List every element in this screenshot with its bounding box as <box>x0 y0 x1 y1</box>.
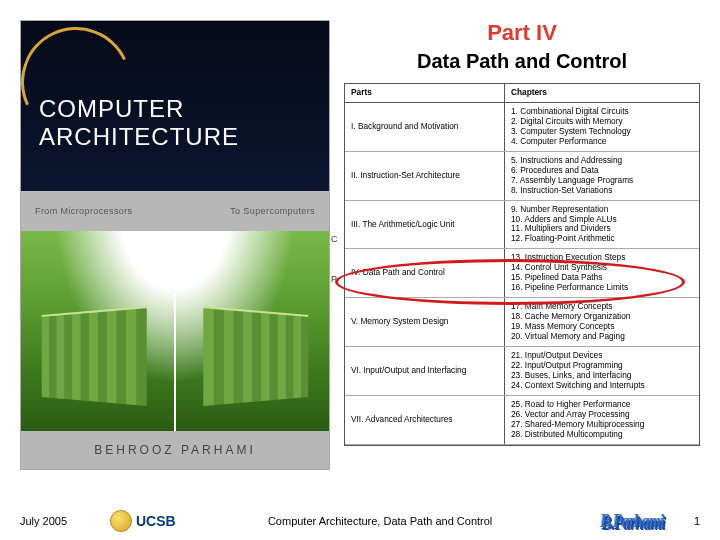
toc-chap: 26. Vector and Array Processing <box>511 410 693 420</box>
toc-chap: 24. Context Switching and Interrupts <box>511 381 693 391</box>
heading-part: Part IV <box>344 20 700 46</box>
toc-chaps: 21. Input/Output Devices 22. Input/Outpu… <box>505 347 699 395</box>
toc-chap: 25. Road to Higher Performance <box>511 400 693 410</box>
server-rack-left <box>42 306 147 406</box>
toc-row: VII. Advanced Architectures 25. Road to … <box>345 396 699 445</box>
heading-subtitle: Data Path and Control <box>344 50 700 73</box>
main-row: COMPUTER ARCHITECTURE From Microprocesso… <box>20 20 700 470</box>
toc-chap: 15. Pipelined Data Paths <box>511 273 693 283</box>
toc-part: II. Instruction-Set Architecture <box>345 152 505 200</box>
toc-chap: 4. Computer Performance <box>511 137 693 147</box>
cover-photo <box>21 231 329 431</box>
toc-chap: 16. Pipeline Performance Limits <box>511 283 693 293</box>
toc-chap: 21. Input/Output Devices <box>511 351 693 361</box>
toc-part: V. Memory System Design <box>345 298 505 346</box>
toc-chap: 17. Main Memory Concepts <box>511 302 693 312</box>
right-column: Part IV Data Path and Control C P Parts … <box>344 20 700 470</box>
toc-chap: 27. Shared-Memory Multiprocessing <box>511 420 693 430</box>
book-title: COMPUTER ARCHITECTURE <box>39 95 239 150</box>
toc-chap: 3. Computer System Technology <box>511 127 693 137</box>
cover-author: BEHROOZ PARHAMI <box>21 431 329 469</box>
toc-chap: 14. Control Unit Synthesis <box>511 263 693 273</box>
book-cover: COMPUTER ARCHITECTURE From Microprocesso… <box>20 20 330 470</box>
cover-subtitle-band: From Microprocessors To Supercomputers <box>21 191 329 231</box>
slide: COMPUTER ARCHITECTURE From Microprocesso… <box>0 0 720 540</box>
toc-row: III. The Arithmetic/Logic Unit 9. Number… <box>345 201 699 250</box>
toc-chaps: 5. Instructions and Addressing 6. Proced… <box>505 152 699 200</box>
toc-part: I. Background and Motivation <box>345 103 505 151</box>
page-number: 1 <box>680 515 700 527</box>
aisle-line <box>174 231 176 431</box>
ucsb-logo-text: UCSB <box>136 513 176 529</box>
toc-header-parts: Parts <box>345 84 505 102</box>
toc-chap: 11. Multipliers and Dividers <box>511 224 693 234</box>
footer: July 2005 UCSB Computer Architecture, Da… <box>20 510 700 532</box>
book-title-line1: COMPUTER <box>39 95 184 122</box>
toc-chaps: 13. Instruction Execution Steps 14. Cont… <box>505 249 699 297</box>
toc-part: III. The Arithmetic/Logic Unit <box>345 201 505 249</box>
toc-chaps: 9. Number Representation 10. Adders and … <box>505 201 699 249</box>
book-title-line2: ARCHITECTURE <box>39 123 239 150</box>
toc-chap: 20. Virtual Memory and Paging <box>511 332 693 342</box>
ucsb-logo: UCSB <box>110 510 176 532</box>
toc-chap: 23. Buses, Links, and Interfacing <box>511 371 693 381</box>
toc-part: VI. Input/Output and Interfacing <box>345 347 505 395</box>
toc-chap: 7. Assembly Language Programs <box>511 176 693 186</box>
side-label-p: P <box>331 274 337 285</box>
toc-row: VI. Input/Output and Interfacing 21. Inp… <box>345 347 699 396</box>
toc-chap: 5. Instructions and Addressing <box>511 156 693 166</box>
footer-date: July 2005 <box>20 515 110 527</box>
toc-part: VII. Advanced Architectures <box>345 396 505 444</box>
toc-chap: 8. Instruction-Set Variations <box>511 186 693 196</box>
ucsb-seal-icon <box>110 510 132 532</box>
side-label-c: C <box>331 234 338 245</box>
toc-chap: 1. Combinational Digital Circuits <box>511 107 693 117</box>
toc-chap: 10. Adders and Simple ALUs <box>511 215 693 225</box>
toc-chaps: 1. Combinational Digital Circuits 2. Dig… <box>505 103 699 151</box>
toc-chap: 13. Instruction Execution Steps <box>511 253 693 263</box>
toc-header-chapters: Chapters <box>505 84 699 102</box>
footer-title: Computer Architecture, Data Path and Con… <box>176 515 585 527</box>
author-signature: B.Parhami <box>601 510 664 532</box>
cover-sub-right: To Supercomputers <box>230 206 315 216</box>
toc-chap: 6. Procedures and Data <box>511 166 693 176</box>
toc-part: IV. Data Path and Control <box>345 249 505 297</box>
toc-chap: 18. Cache Memory Organization <box>511 312 693 322</box>
server-rack-right <box>203 306 308 406</box>
toc-chap: 12. Floating-Point Arithmetic <box>511 234 693 244</box>
toc-chaps: 25. Road to Higher Performance 26. Vecto… <box>505 396 699 444</box>
toc-row: V. Memory System Design 17. Main Memory … <box>345 298 699 347</box>
toc-chap: 19. Mass Memory Concepts <box>511 322 693 332</box>
toc-header: Parts Chapters <box>345 84 699 103</box>
toc-chap: 2. Digital Circuits with Memory <box>511 117 693 127</box>
toc-chap: 22. Input/Output Programming <box>511 361 693 371</box>
toc-row: IV. Data Path and Control 13. Instructio… <box>345 249 699 298</box>
toc-row: II. Instruction-Set Architecture 5. Inst… <box>345 152 699 201</box>
toc-chap: 9. Number Representation <box>511 205 693 215</box>
toc-chaps: 17. Main Memory Concepts 18. Cache Memor… <box>505 298 699 346</box>
cover-title-panel: COMPUTER ARCHITECTURE <box>21 21 329 191</box>
toc-table: C P Parts Chapters I. Background and Mot… <box>344 83 700 446</box>
cover-sub-left: From Microprocessors <box>35 206 133 216</box>
toc-row: I. Background and Motivation 1. Combinat… <box>345 103 699 152</box>
toc-chap: 28. Distributed Multicomputing <box>511 430 693 440</box>
